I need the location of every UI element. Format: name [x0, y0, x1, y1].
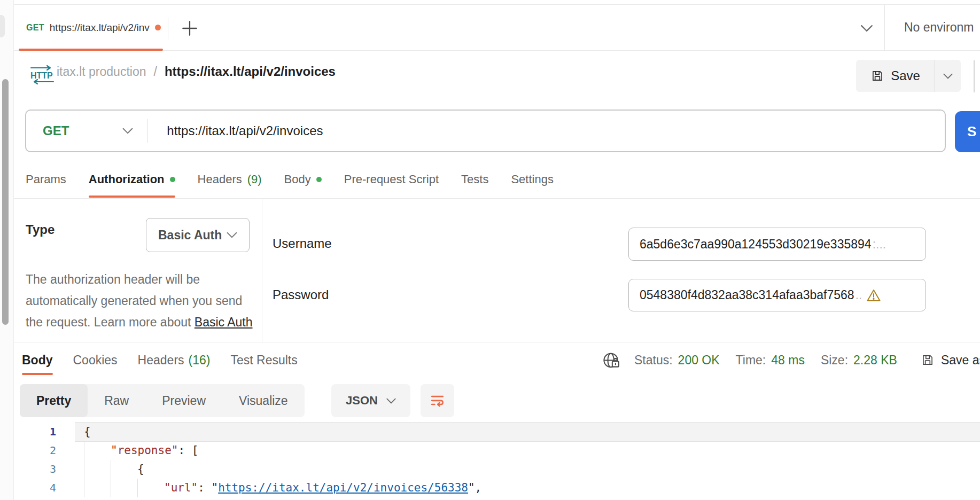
method-selector-value[interactable]: GET [43, 123, 69, 138]
tab-pre-request-label: Pre-request Script [344, 173, 439, 186]
response-view-switch: Pretty Raw Preview Visualize [20, 384, 305, 417]
green-dot [170, 177, 175, 182]
breadcrumb-collection[interactable]: itax.lt production [57, 65, 146, 79]
line-number: 3 [14, 460, 56, 479]
tab-method-badge: GET [26, 23, 44, 33]
auth-type-panel: Type Basic Auth The authorization header… [14, 199, 262, 342]
breadcrumb-separator: / [153, 65, 157, 79]
password-truncation: .. [855, 288, 862, 302]
response-meta-bar: Status: 200 OK Time: 48 ms Size: 2.28 KB… [602, 345, 980, 375]
tab-tests[interactable]: Tests [461, 163, 488, 196]
wrap-lines-button[interactable] [421, 384, 454, 417]
username-truncation: :... [873, 237, 886, 252]
size-pair: Size: 2.28 KB [821, 353, 897, 368]
chevron-down-icon [943, 73, 953, 79]
view-pretty-button[interactable]: Pretty [20, 384, 88, 417]
size-value: 2.28 KB [853, 353, 897, 368]
password-input[interactable]: 0548380f4d832aa38c314afaa3baf7568 .. [628, 279, 926, 311]
network-globe-lock-icon[interactable] [602, 351, 621, 370]
tab-params[interactable]: Params [26, 163, 66, 196]
save-options-button[interactable] [935, 60, 961, 92]
tab-body-label: Body [284, 173, 311, 186]
tab-authorization[interactable]: Authorization [89, 163, 175, 196]
save-button-group: Save [856, 60, 961, 92]
response-format-select[interactable]: JSON [331, 384, 410, 417]
size-label: Size: [821, 353, 848, 368]
response-tab-body-label: Body [22, 353, 53, 368]
wrap-lines-icon [429, 393, 446, 409]
code-token: ", [468, 481, 481, 494]
username-input[interactable]: 6a5d6e3c7aa990a124553d30219e335894 :... [628, 228, 926, 261]
response-tab-cookies[interactable]: Cookies [73, 345, 118, 375]
basic-auth-link[interactable]: Basic Auth [195, 315, 253, 329]
auth-description: The authorization header will be automat… [26, 269, 255, 333]
view-preview-button[interactable]: Preview [145, 384, 222, 417]
response-body-viewer: 1 { 2 "response": [ 3 { 4 "url": "https:… [14, 423, 980, 500]
response-tab-headers[interactable]: Headers (16) [138, 345, 211, 375]
json-key: "url" [164, 481, 198, 494]
save-button[interactable]: Save [856, 60, 935, 92]
tab-params-label: Params [26, 173, 66, 186]
code-token: : [ [178, 444, 198, 457]
chevron-down-icon [386, 398, 396, 404]
new-tab-button[interactable] [177, 17, 202, 40]
chevron-down-icon [860, 25, 873, 32]
save-response-label: Save as [941, 353, 980, 368]
save-response-button[interactable]: Save as [921, 353, 980, 368]
tab-body[interactable]: Body [284, 163, 322, 196]
tab-settings[interactable]: Settings [511, 163, 554, 196]
username-label: Username [273, 236, 332, 251]
tab-authorization-label: Authorization [89, 173, 165, 186]
code-line: 1 { [14, 423, 980, 441]
tab-pre-request-script[interactable]: Pre-request Script [344, 163, 439, 196]
time-label: Time: [736, 353, 766, 368]
line-number: 2 [14, 441, 56, 460]
view-visualize-button[interactable]: Visualize [222, 384, 305, 417]
floppy-disk-icon [921, 353, 935, 367]
code-token: : " [198, 481, 218, 494]
response-tab-cookies-label: Cookies [73, 353, 118, 368]
warning-triangle-icon[interactable] [866, 288, 881, 302]
username-value: 6a5d6e3c7aa990a124553d30219e335894 [640, 237, 872, 252]
clipped-toolbar-button-edge [974, 60, 975, 92]
indent-guide [137, 479, 164, 497]
code-line-content: "url": "https://itax.lt/api/v2/invoices/… [75, 479, 980, 497]
indent-guide [84, 441, 111, 460]
status-label: Status: [634, 353, 673, 368]
request-url-bar: GET https://itax.lt/api/v2/invoices [25, 110, 946, 152]
http-protocol-icon: HTTP [29, 64, 56, 88]
auth-type-select[interactable]: Basic Auth [146, 218, 250, 252]
line-number: 4 [14, 479, 56, 497]
chevron-down-icon [227, 232, 237, 238]
indent-guide [84, 479, 111, 497]
method-selector-button[interactable] [122, 128, 133, 134]
send-button[interactable]: S [955, 111, 980, 152]
save-button-label: Save [891, 68, 920, 83]
plus-icon [181, 19, 199, 37]
time-value: 48 ms [771, 353, 805, 368]
tab-list-dropdown-button[interactable] [859, 21, 875, 35]
vertical-scrollbar-thumb[interactable] [2, 79, 9, 325]
status-value: 200 OK [678, 353, 720, 368]
green-dot [316, 177, 322, 182]
indent-guide [84, 460, 111, 479]
tab-headers[interactable]: Headers (9) [198, 163, 262, 196]
response-url-link[interactable]: https://itax.lt/api/v2/invoices/56338 [218, 481, 468, 494]
response-tab-headers-label: Headers [138, 353, 184, 368]
environment-selector[interactable]: No environm [904, 5, 974, 50]
view-raw-button[interactable]: Raw [88, 384, 145, 417]
response-headers-count: (16) [189, 353, 211, 368]
open-request-tab[interactable]: GET https://itax.lt/api/v2/inv [19, 5, 163, 50]
url-input[interactable]: https://itax.lt/api/v2/invoices [167, 123, 323, 138]
tab-title: https://itax.lt/api/v2/inv [50, 22, 150, 34]
request-title[interactable]: https://itax.lt/api/v2/invoices [165, 64, 336, 79]
postman-window: GET https://itax.lt/api/v2/inv No enviro… [0, 0, 980, 500]
json-key: "response" [111, 444, 178, 457]
response-tab-test-results[interactable]: Test Results [230, 345, 297, 375]
code-line: 2 "response": [ [14, 441, 980, 460]
response-tab-body[interactable]: Body [22, 345, 53, 375]
password-value: 0548380f4d832aa38c314afaa3baf7568 [640, 288, 854, 302]
code-token: { [84, 425, 91, 438]
headers-count-badge: (9) [247, 173, 262, 186]
adjacent-tab-fragment [0, 15, 5, 37]
